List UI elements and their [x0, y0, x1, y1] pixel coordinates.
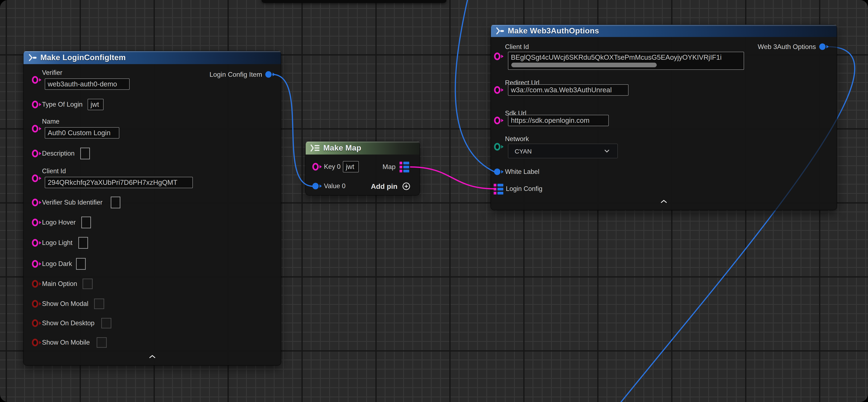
output-pin-label: Web 3Auth Options — [758, 43, 816, 51]
pin-name[interactable] — [31, 124, 43, 133]
node-header-make-loginconfigitem[interactable]: Make LoginConfigItem — [24, 51, 281, 64]
pin-label-key-0: Key 0 — [324, 163, 341, 171]
pin-logo-hover[interactable] — [31, 218, 43, 227]
checkbox-logo-dark[interactable] — [76, 258, 86, 270]
pin-client-id[interactable] — [493, 52, 505, 61]
offscreen-node-edge — [261, 0, 446, 3]
checkbox-verifier-sub-identifier[interactable] — [111, 197, 120, 208]
checkbox-main-option[interactable] — [83, 279, 93, 289]
field-client-id-scrollbar[interactable] — [511, 63, 657, 67]
pin-redirect-url[interactable] — [493, 85, 505, 95]
pin-label-white-label: White Label — [505, 168, 539, 176]
field-redirect-url[interactable]: w3a://com.w3a.Web3AuthUnreal — [508, 84, 628, 96]
node-header-make-web3authoptions[interactable]: Make Web3AuthOptions — [491, 25, 837, 37]
field-verifier[interactable]: web3auth-auth0-demo — [45, 79, 130, 90]
blueprint-graph-canvas[interactable]: Make LoginConfigItem Login Config Item V… — [0, 0, 868, 402]
network-dropdown-value: CYAN — [515, 148, 532, 155]
pin-white-label[interactable] — [493, 167, 505, 176]
checkbox-show-on-mobile[interactable] — [97, 337, 107, 348]
collapse-chevron-icon[interactable] — [149, 355, 155, 358]
checkbox-show-on-desktop[interactable] — [101, 318, 111, 328]
pin-label-name: Name — [42, 118, 59, 125]
pin-label-show-on-modal: Show On Modal — [42, 300, 88, 308]
pin-client-id[interactable] — [31, 174, 43, 183]
pin-label-client-id: Client Id — [42, 167, 66, 175]
node-title: Make Map — [323, 144, 361, 152]
node-make-map[interactable]: Make Map Key 0 jwt Map Value 0 Add pin — [306, 142, 420, 195]
pin-logo-dark[interactable] — [31, 259, 43, 268]
checkbox-show-on-modal[interactable] — [94, 298, 104, 309]
add-pin-icon[interactable] — [402, 182, 411, 191]
pin-network[interactable] — [493, 142, 505, 151]
output-pin-web3auth-options[interactable] — [818, 42, 830, 51]
pin-show-on-modal[interactable] — [31, 299, 43, 309]
collapse-chevron-icon[interactable] — [661, 200, 667, 203]
pin-label-description: Description — [42, 150, 74, 157]
make-map-icon — [310, 144, 320, 152]
pin-main-option[interactable] — [31, 279, 43, 288]
field-client-id[interactable]: 294QRkchfq2YaXUbPri7D6PH7xzHgQMT — [45, 177, 193, 188]
add-pin-label: Add pin — [371, 182, 398, 191]
output-pin-label-map: Map — [382, 163, 396, 171]
pin-label-network: Network — [505, 135, 529, 143]
pin-label-login-config: Login Config — [506, 185, 542, 193]
pin-label-logo-dark: Logo Dark — [42, 260, 72, 268]
node-title: Make Web3AuthOptions — [508, 27, 599, 35]
network-dropdown[interactable]: CYAN — [508, 144, 618, 158]
checkbox-logo-light[interactable] — [79, 237, 88, 249]
field-client-id[interactable]: BEglQSgt4cUWcj6SKRdu5QkOXTsePmMcusG5EAoy… — [508, 52, 744, 70]
pin-verifier-sub-identifier[interactable] — [31, 198, 43, 207]
make-struct-icon — [495, 27, 505, 35]
output-pin-label: Login Config Item — [210, 70, 262, 78]
make-struct-icon — [28, 53, 37, 62]
pin-key-0[interactable] — [312, 162, 323, 171]
output-pin-map[interactable] — [399, 161, 410, 173]
pin-label-verifier-sub-identifier: Verifier Sub Identifier — [42, 199, 102, 206]
pin-value-0[interactable] — [312, 181, 323, 191]
field-key-0[interactable]: jwt — [343, 161, 359, 172]
pin-type-of-login[interactable] — [31, 100, 43, 109]
pin-label-show-on-desktop: Show On Desktop — [42, 319, 95, 327]
pin-label-show-on-mobile: Show On Mobile — [42, 339, 90, 346]
node-title: Make LoginConfigItem — [40, 53, 126, 62]
pin-label-main-option: Main Option — [42, 280, 77, 288]
pin-verifier[interactable] — [31, 75, 43, 85]
pin-show-on-desktop[interactable] — [31, 318, 43, 328]
pin-label-type-of-login: Type Of Login — [42, 101, 83, 108]
chevron-down-icon — [604, 149, 610, 153]
field-client-id-text: BEglQSgt4cUWcj6SKRdu5QkOXTsePmMcusG5EAoy… — [511, 53, 721, 61]
node-make-loginconfigitem[interactable]: Make LoginConfigItem Login Config Item V… — [24, 51, 281, 365]
pin-label-value-0: Value 0 — [324, 182, 346, 190]
pin-login-config[interactable] — [493, 183, 504, 195]
output-pin-login-config-item[interactable] — [265, 70, 276, 79]
pin-description[interactable] — [31, 149, 43, 158]
pin-sdk-url[interactable] — [493, 116, 505, 125]
checkbox-description[interactable] — [80, 148, 90, 160]
field-sdk-url[interactable]: https://sdk.openlogin.com — [508, 115, 609, 126]
checkbox-logo-hover[interactable] — [81, 217, 91, 228]
node-make-web3authoptions[interactable]: Make Web3AuthOptions Web 3Auth Options C… — [491, 25, 837, 210]
field-type-of-login[interactable]: jwt — [88, 99, 103, 110]
field-name[interactable]: Auth0 Custom Login — [45, 127, 119, 139]
pin-show-on-mobile[interactable] — [31, 338, 43, 347]
pin-label-verifier: Verifier — [42, 69, 62, 77]
pin-logo-light[interactable] — [31, 238, 43, 248]
pin-label-logo-hover: Logo Hover — [42, 219, 75, 226]
pin-label-client-id: Client Id — [505, 43, 529, 51]
node-header-make-map[interactable]: Make Map — [306, 142, 420, 154]
pin-label-logo-light: Logo Light — [42, 239, 72, 247]
